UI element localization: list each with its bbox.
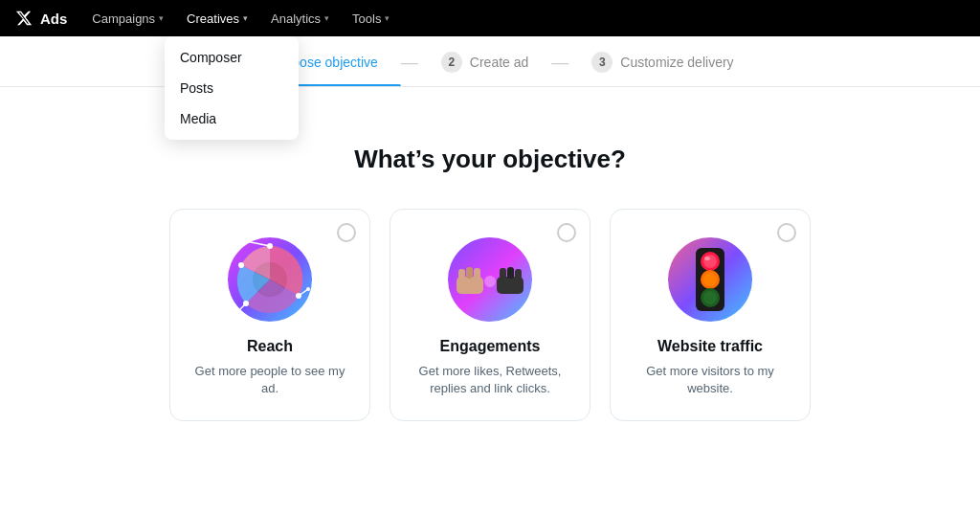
chevron-down-icon: ▾ bbox=[243, 13, 248, 23]
engagements-svg-icon bbox=[447, 236, 533, 323]
svg-rect-16 bbox=[474, 268, 480, 279]
dropdown-item-media[interactable]: Media bbox=[165, 103, 299, 134]
nav-campaigns[interactable]: Campaigns ▾ bbox=[82, 0, 173, 36]
card-traffic[interactable]: Website traffic Get more visitors to my … bbox=[610, 209, 811, 421]
traffic-name: Website traffic bbox=[657, 338, 763, 355]
nav-campaigns-label: Campaigns bbox=[92, 11, 155, 26]
reach-illustration bbox=[227, 236, 313, 323]
step-3-inner: 3 Customize delivery bbox=[591, 52, 733, 73]
svg-point-21 bbox=[484, 276, 496, 287]
step-customize-delivery[interactable]: 3 Customize delivery bbox=[568, 52, 756, 86]
reach-radio[interactable] bbox=[337, 223, 356, 242]
svg-point-25 bbox=[703, 255, 717, 268]
card-reach[interactable]: Reach Get more people to see my ad. bbox=[169, 209, 370, 421]
card-engagements[interactable]: Engagements Get more likes, Retweets, re… bbox=[390, 209, 590, 421]
svg-rect-18 bbox=[515, 269, 522, 280]
svg-rect-20 bbox=[500, 268, 506, 279]
step-create-ad[interactable]: 2 Create ad bbox=[418, 52, 551, 86]
reach-svg-icon bbox=[227, 236, 313, 323]
traffic-svg-icon bbox=[667, 236, 753, 323]
traffic-radio[interactable] bbox=[777, 223, 796, 242]
nav-analytics[interactable]: Analytics ▾ bbox=[261, 0, 339, 36]
objective-title: What’s your objective? bbox=[354, 145, 626, 174]
engagements-desc: Get more likes, Retweets, replies and li… bbox=[410, 363, 570, 397]
steps-bar: 1 Choose objective — 2 Create ad — 3 Cus… bbox=[0, 36, 980, 87]
engagements-illustration bbox=[447, 236, 533, 323]
x-logo-icon bbox=[15, 10, 33, 27]
reach-desc: Get more people to see my ad. bbox=[189, 363, 350, 397]
svg-point-11 bbox=[234, 311, 238, 315]
step-3-label: Customize delivery bbox=[620, 55, 733, 70]
step-separator-1: — bbox=[401, 53, 418, 73]
step-2-label: Create ad bbox=[470, 55, 528, 70]
dropdown-item-composer[interactable]: Composer bbox=[165, 42, 299, 73]
traffic-illustration bbox=[667, 236, 753, 323]
cards-row: Reach Get more people to see my ad. bbox=[169, 209, 811, 421]
nav-tools[interactable]: Tools ▾ bbox=[343, 0, 399, 36]
svg-point-9 bbox=[306, 287, 310, 291]
nav-analytics-label: Analytics bbox=[271, 11, 321, 26]
chevron-down-icon: ▾ bbox=[159, 13, 164, 23]
brand: Ads bbox=[15, 10, 67, 27]
svg-point-27 bbox=[703, 273, 717, 286]
svg-point-30 bbox=[704, 257, 710, 260]
creatives-dropdown: Composer Posts Media bbox=[165, 36, 299, 140]
svg-point-5 bbox=[238, 262, 244, 268]
chevron-down-icon: ▾ bbox=[385, 13, 390, 23]
nav-creatives-label: Creatives bbox=[187, 11, 239, 26]
svg-rect-15 bbox=[466, 267, 473, 279]
svg-rect-14 bbox=[458, 269, 465, 280]
svg-point-7 bbox=[244, 239, 248, 243]
svg-rect-19 bbox=[507, 267, 514, 279]
navbar: Ads Campaigns ▾ Creatives ▾ Analytics ▾ … bbox=[0, 0, 980, 36]
nav-tools-label: Tools bbox=[352, 11, 381, 26]
main-content: What’s your objective? bbox=[0, 87, 980, 421]
step-2-circle: 2 bbox=[441, 52, 462, 73]
step-3-circle: 3 bbox=[591, 52, 612, 73]
svg-point-29 bbox=[703, 291, 717, 304]
traffic-desc: Get more visitors to my website. bbox=[630, 363, 791, 397]
chevron-down-icon: ▾ bbox=[324, 13, 329, 23]
reach-name: Reach bbox=[247, 338, 293, 355]
engagements-name: Engagements bbox=[440, 338, 541, 355]
step-separator-2: — bbox=[551, 53, 568, 73]
app-name: Ads bbox=[40, 11, 67, 27]
engagements-radio[interactable] bbox=[557, 223, 576, 242]
dropdown-menu: Composer Posts Media bbox=[165, 36, 299, 140]
step-2-inner: 2 Create ad bbox=[441, 52, 528, 73]
nav-creatives[interactable]: Creatives ▾ bbox=[177, 0, 257, 36]
dropdown-item-posts[interactable]: Posts bbox=[165, 73, 299, 103]
